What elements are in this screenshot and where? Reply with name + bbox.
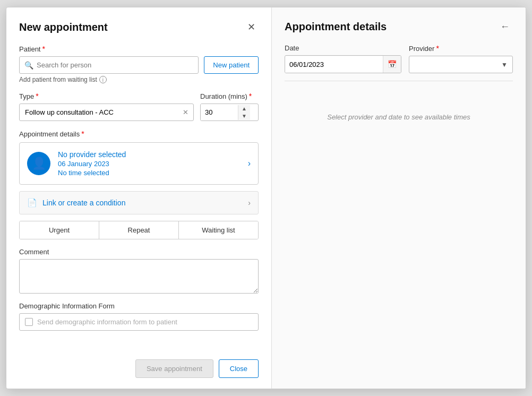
date-label: Date [285,44,401,52]
appointment-card[interactable]: 👤 No provider selected 06 January 2023 N… [19,142,259,185]
duration-input-wrap: ▲ ▼ [200,104,259,121]
comment-label: Comment [19,248,259,256]
no-time-text: No time selected [58,169,241,177]
appt-details-label: Appointment details * [19,130,259,138]
demo-placeholder: Send demographic information form to pat… [37,318,177,326]
type-required: * [36,92,38,100]
condition-text: Link or create a condition [42,199,243,207]
toggle-row: Urgent Repeat Waiting list [19,221,259,239]
duration-field: Duration (mins) * ▲ ▼ [200,92,259,121]
close-icon[interactable]: ✕ [244,20,259,34]
duration-down-button[interactable]: ▼ [238,113,250,120]
date-input[interactable] [285,56,383,73]
appointment-info: No provider selected 06 January 2023 No … [58,150,241,177]
date-input-wrap: 📅 [285,55,401,73]
back-button[interactable]: ← [497,20,513,33]
waiting-list-button[interactable]: Waiting list [179,221,258,239]
chevron-right-icon: › [248,159,251,168]
condition-icon: 📄 [27,198,37,208]
select-provider-message: Select provider and date to see availabl… [285,113,513,121]
waiting-list-link: Add patient from waiting list i [19,76,259,83]
avatar: 👤 [27,152,50,175]
duration-input[interactable] [201,104,238,120]
patient-label: Patient * [19,45,259,53]
condition-row[interactable]: 📄 Link or create a condition › [19,191,259,214]
duration-required: * [249,92,252,100]
search-input-wrap: 🔍 [19,56,199,74]
info-icon[interactable]: i [99,76,107,83]
calendar-icon[interactable]: 📅 [383,56,401,73]
search-icon: 🔍 [24,61,33,70]
demo-input-row: Send demographic information form to pat… [19,313,259,331]
appt-details-required: * [81,130,84,138]
right-panel-title: Appointment details [285,21,387,33]
duration-arrows: ▲ ▼ [238,105,250,120]
left-panel-header: New appointment ✕ [19,20,259,34]
divider [285,81,513,81]
provider-required: * [436,44,439,53]
type-label: Type * [19,92,194,100]
no-provider-text: No provider selected [58,150,241,159]
clear-icon[interactable]: ✕ [183,108,188,116]
left-panel: New appointment ✕ Patient * 🔍 New patien… [6,7,272,389]
type-field: Type * Follow up consultation - ACC ✕ [19,92,194,121]
type-select-wrap: Follow up consultation - ACC ✕ [19,104,194,121]
type-duration-row: Type * Follow up consultation - ACC ✕ Du… [19,92,259,121]
duration-label: Duration (mins) * [200,92,259,100]
duration-up-button[interactable]: ▲ [238,105,250,113]
appointment-date: 06 January 2023 [58,160,241,168]
repeat-button[interactable]: Repeat [99,221,179,239]
date-field: Date 📅 [285,44,401,73]
provider-select-wrap: ▼ [409,56,513,73]
demo-label: Demographic Information Form [19,302,259,310]
condition-chevron-icon: › [248,199,251,207]
right-panel-header: Appointment details ← [285,20,513,33]
type-select[interactable]: Follow up consultation - ACC [19,104,194,121]
provider-label: Provider * [409,44,513,53]
person-icon: 👤 [32,157,46,170]
page-title: New appointment [19,21,108,33]
footer-row: Save appointment Close [19,355,259,378]
save-appointment-button: Save appointment [135,359,213,378]
patient-row: 🔍 New patient [19,56,259,74]
urgent-button[interactable]: Urgent [20,221,99,239]
comment-textarea[interactable] [19,259,259,294]
provider-field: Provider * ▼ [409,44,513,73]
search-input[interactable] [19,56,199,74]
patient-required: * [42,45,45,53]
new-patient-button[interactable]: New patient [204,56,259,74]
right-panel: Appointment details ← Date 📅 Provider * [272,7,526,389]
date-provider-row: Date 📅 Provider * ▼ [285,44,513,73]
demo-checkbox[interactable] [25,318,33,326]
provider-select[interactable] [409,56,513,73]
close-button[interactable]: Close [219,359,259,378]
